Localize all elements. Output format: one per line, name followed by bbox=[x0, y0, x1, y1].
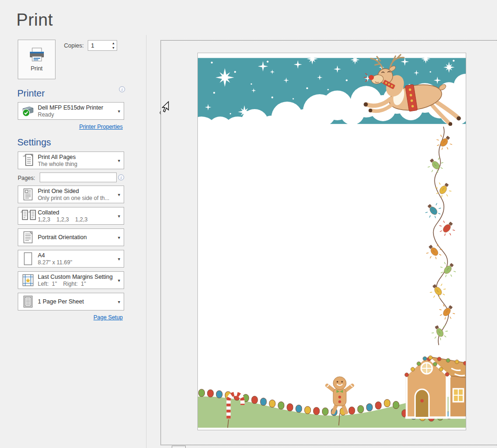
copies-decrement-button[interactable]: ▼ bbox=[110, 46, 117, 51]
printer-icon bbox=[28, 48, 45, 62]
chevron-down-icon: ▾ bbox=[114, 158, 124, 163]
dropdown-sublabel: Only print on one side of th... bbox=[38, 195, 114, 201]
page-title: Print bbox=[16, 10, 53, 30]
pages-label: Pages: bbox=[18, 175, 35, 181]
portrait-icon bbox=[18, 230, 38, 244]
mouse-cursor bbox=[159, 100, 171, 115]
margins-icon bbox=[18, 273, 38, 287]
partial-bottom-control[interactable] bbox=[172, 446, 186, 448]
chevron-down-icon: ▾ bbox=[114, 278, 124, 283]
chevron-down-icon: ▾ bbox=[114, 192, 124, 197]
dropdown-label: 1 Page Per Sheet bbox=[38, 298, 114, 305]
dropdown-collation[interactable]: Collated 1,2,3 1,2,3 1,2,3 ▾ bbox=[18, 207, 124, 225]
pages-input[interactable] bbox=[40, 172, 117, 182]
pages-per-sheet-icon bbox=[18, 295, 38, 309]
dropdown-sublabel: Left: 1" Right: 1" bbox=[38, 281, 114, 287]
chevron-down-icon: ▾ bbox=[114, 256, 124, 262]
paper-size-icon bbox=[18, 251, 38, 266]
dropdown-label: Print All Pages bbox=[38, 154, 114, 160]
panel-divider bbox=[146, 35, 147, 448]
dropdown-orientation[interactable]: Portrait Orientation ▾ bbox=[18, 228, 124, 246]
document-preview-page bbox=[197, 53, 466, 430]
dropdown-sublabel: 1,2,3 1,2,3 1,2,3 bbox=[38, 216, 114, 223]
printer-section-heading: Printer bbox=[17, 88, 45, 99]
printer-properties-link[interactable]: Printer Properties bbox=[79, 124, 123, 130]
copies-increment-button[interactable]: ▲ bbox=[110, 41, 117, 46]
dropdown-label: A4 bbox=[38, 252, 114, 259]
printer-status-icon bbox=[18, 105, 38, 117]
string-lights bbox=[423, 127, 458, 345]
print-all-pages-icon bbox=[18, 153, 38, 167]
chevron-down-icon: ▾ bbox=[114, 299, 124, 304]
settings-section-heading: Settings bbox=[17, 137, 51, 148]
dropdown-sublabel: 8.27" x 11.69" bbox=[38, 259, 114, 266]
copies-field: ▲ ▼ bbox=[88, 40, 117, 51]
dropdown-label: Portrait Orientation bbox=[38, 234, 114, 241]
printer-info-icon[interactable]: i bbox=[119, 86, 125, 92]
dropdown-print-range[interactable]: Print All Pages The whole thing ▾ bbox=[18, 152, 124, 169]
dropdown-sides[interactable]: Print One Sided Only print on one side o… bbox=[18, 186, 124, 203]
one-sided-icon bbox=[18, 187, 38, 201]
chevron-down-icon: ▾ bbox=[114, 214, 124, 219]
printer-name: Dell MFP E515dw Printer bbox=[38, 104, 114, 111]
dropdown-label: Collated bbox=[38, 209, 114, 216]
copies-label: Copies: bbox=[64, 42, 84, 49]
print-button-label: Print bbox=[31, 65, 43, 72]
copies-input[interactable] bbox=[88, 41, 110, 50]
chevron-down-icon: ▾ bbox=[114, 235, 124, 240]
dropdown-paper-size[interactable]: A4 8.27" x 11.69" ▾ bbox=[18, 250, 124, 268]
dropdown-pages-per-sheet[interactable]: 1 Page Per Sheet ▾ bbox=[18, 293, 124, 310]
chevron-down-icon: ▾ bbox=[114, 109, 124, 114]
collated-icon bbox=[18, 209, 38, 222]
dropdown-margins[interactable]: Last Custom Margins Setting Left: 1" Rig… bbox=[18, 271, 124, 289]
print-backstage-view: Print Print Copies: ▲ ▼ Printer i bbox=[0, 0, 497, 448]
dropdown-label: Last Custom Margins Setting bbox=[38, 274, 114, 280]
holiday-stationery-artwork bbox=[198, 53, 466, 430]
dropdown-sublabel: The whole thing bbox=[38, 161, 114, 167]
pages-info-icon[interactable]: i bbox=[118, 174, 124, 180]
printer-selector[interactable]: Dell MFP E515dw Printer Ready ▾ bbox=[18, 102, 124, 120]
printer-status: Ready bbox=[38, 111, 114, 118]
print-preview-panel bbox=[161, 40, 497, 445]
dropdown-label: Print One Sided bbox=[38, 188, 114, 194]
gingerbread-house-illustration bbox=[404, 356, 466, 418]
copies-spinner: ▲ ▼ bbox=[110, 41, 117, 50]
page-setup-link[interactable]: Page Setup bbox=[93, 314, 123, 321]
print-button[interactable]: Print bbox=[18, 40, 56, 79]
